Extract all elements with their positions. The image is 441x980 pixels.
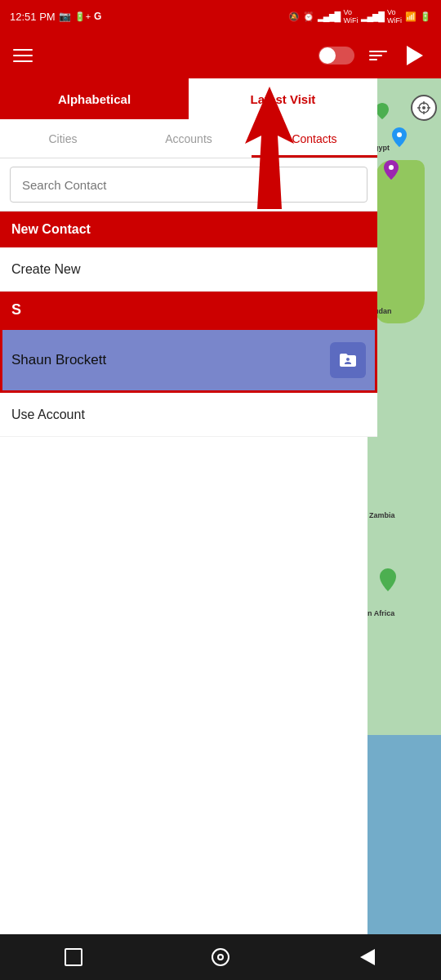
bottom-nav	[0, 934, 441, 980]
contact-name: Shaun Brockett	[11, 352, 330, 368]
menu-button[interactable]	[13, 49, 33, 62]
back-arrow-icon	[360, 949, 375, 965]
content-panel: Alphabetical Latest Visit Cities Account…	[0, 78, 377, 437]
gps-icon[interactable]	[411, 95, 437, 121]
new-contact-header: New Contact	[0, 212, 377, 247]
battery-icon: 🔋	[420, 11, 431, 22]
nav-home-square[interactable]	[57, 941, 90, 973]
map-pin-blue	[392, 127, 407, 150]
status-time: 12:51 PM	[10, 11, 56, 23]
sort-line2	[369, 55, 382, 56]
map-pin-green2	[380, 568, 396, 595]
search-bar-container	[0, 158, 377, 212]
main-tabs: Alphabetical Latest Visit	[0, 78, 377, 119]
play-button[interactable]	[402, 42, 428, 69]
nav-home-circle[interactable]	[204, 941, 237, 973]
tab-accounts[interactable]: Accounts	[126, 119, 252, 158]
create-new-item[interactable]: Create New	[0, 247, 377, 292]
search-input[interactable]	[10, 167, 368, 203]
tab-alphabetical[interactable]: Alphabetical	[0, 78, 189, 119]
tab-contacts[interactable]: Contacts	[252, 119, 377, 158]
tab-cities[interactable]: Cities	[0, 119, 126, 158]
toggle-switch[interactable]	[318, 47, 354, 65]
tab-latest-visit[interactable]: Latest Visit	[189, 78, 377, 119]
g-icon: G	[94, 11, 101, 22]
map-label-s-africa: n Africa	[368, 609, 394, 617]
contact-shaun-brockett[interactable]: Shaun Brockett	[0, 327, 377, 393]
wifi-icon: 📶	[405, 11, 416, 22]
nav-back[interactable]	[351, 941, 384, 973]
camera-icon: 📷	[59, 11, 71, 22]
circle-home-icon	[212, 948, 229, 966]
svg-point-3	[422, 106, 425, 109]
sort-line3	[369, 59, 377, 60]
mute-icon: 🔕	[288, 11, 300, 22]
status-icons-right: 🔕 ⏰ ▂▄▆█ VoWiFi ▂▄▆█ VoWiFi 📶 🔋	[288, 8, 431, 24]
play-triangle-icon	[407, 46, 423, 65]
map-background: Egypt Sudan Zambia n Africa	[368, 78, 441, 980]
map-pin-purple	[384, 160, 399, 183]
status-time-group: 12:51 PM 📷 🔋+ G	[10, 11, 101, 23]
status-bar: 12:51 PM 📷 🔋+ G 🔕 ⏰ ▂▄▆█ VoWiFi ▂▄▆█ VoW…	[0, 0, 441, 33]
vo-wifi-icon: VoWiFi	[343, 8, 358, 24]
map-label-zambia: Zambia	[369, 511, 395, 519]
sort-line1	[369, 51, 387, 52]
map-land	[376, 160, 425, 323]
battery-plus-icon: 🔋+	[74, 11, 91, 22]
hamburger-line3	[13, 60, 33, 62]
square-icon	[65, 948, 82, 966]
svg-point-1	[389, 165, 394, 170]
sub-tabs: Cities Accounts Contacts	[0, 119, 377, 158]
vo-wifi2-icon: VoWiFi	[387, 8, 402, 24]
signal-bars-icon: ▂▄▆█	[318, 11, 341, 22]
alarm-icon: ⏰	[303, 11, 314, 22]
circle-inner-icon	[217, 954, 224, 960]
hamburger-line1	[13, 49, 33, 51]
toggle-knob	[319, 47, 336, 64]
app-bar	[0, 33, 441, 78]
svg-point-0	[397, 132, 402, 137]
app-bar-right	[318, 42, 428, 69]
sort-filter-button[interactable]	[369, 51, 387, 60]
hamburger-line2	[13, 55, 33, 56]
contact-folder-icon	[330, 342, 366, 378]
signal-bars2-icon: ▂▄▆█	[361, 11, 384, 22]
s-section-header: S	[0, 292, 377, 327]
use-account-item[interactable]: Use Account	[0, 393, 377, 437]
map-pin-green	[376, 103, 389, 122]
